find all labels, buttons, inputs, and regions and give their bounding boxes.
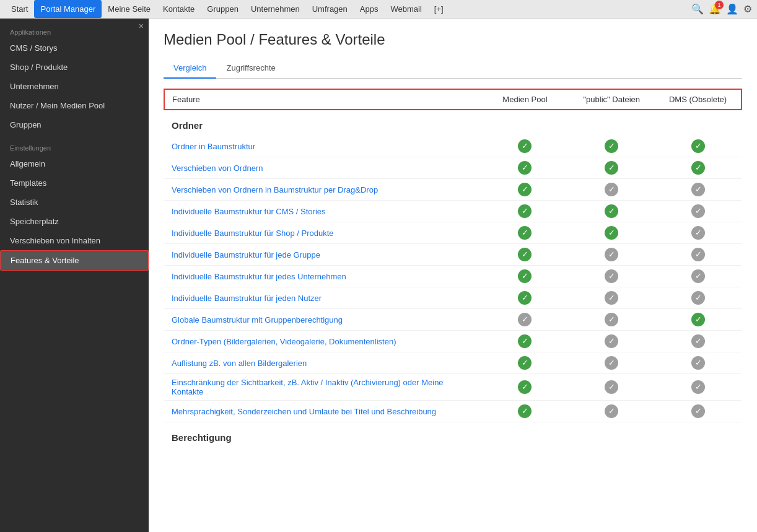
check-no-icon: ✓	[691, 404, 705, 418]
feature-name: Individuelle Baumstruktur für Shop / Pro…	[164, 222, 482, 244]
check-yes-icon: ✓	[518, 404, 532, 418]
settings-icon[interactable]: ⚙	[743, 3, 752, 15]
check-no-icon: ✓	[691, 291, 705, 305]
feature-name: Ordner in Baumstruktur	[164, 136, 482, 157]
check-no-icon: ✓	[605, 183, 618, 196]
check-cell-medien: ✓	[482, 352, 569, 374]
nav-umfragen[interactable]: Umfragen	[306, 0, 354, 18]
check-no-icon: ✓	[605, 291, 618, 305]
feature-name: Einschränkung der Sichtbarkeit, zB. Akti…	[164, 374, 482, 401]
sidebar-item-shop-produkte[interactable]: Shop / Produkte	[0, 58, 149, 77]
check-yes-icon: ✓	[691, 161, 705, 175]
tab-zugriffsrechte[interactable]: Zugriffsrechte	[216, 58, 285, 79]
table-row: Verschieben von Ordnern in Baumstruktur …	[164, 179, 742, 201]
sidebar-section-einstellungen: Einstellungen	[0, 134, 149, 154]
check-yes-icon: ✓	[605, 226, 618, 240]
nav-gruppen[interactable]: Gruppen	[201, 0, 245, 18]
check-cell-dms: ✓	[655, 309, 742, 331]
table-row: Ordner in Baumstruktur✓✓✓	[164, 136, 742, 157]
sidebar-item-speicherplatz[interactable]: Speicherplatz	[0, 212, 149, 231]
nav-meine-seite[interactable]: Meine Seite	[102, 0, 157, 18]
check-no-icon: ✓	[518, 313, 532, 326]
check-no-icon: ✓	[605, 404, 618, 418]
check-cell-dms: ✓	[655, 201, 742, 222]
sidebar-item-statistik[interactable]: Statistik	[0, 193, 149, 212]
check-cell-public: ✓	[568, 401, 655, 422]
check-cell-public: ✓	[568, 222, 655, 244]
section-header: Berechtigung	[164, 422, 742, 448]
sidebar-item-verschieben[interactable]: Verschieben von Inhalten	[0, 231, 149, 250]
check-cell-public: ✓	[568, 352, 655, 374]
sidebar-item-nutzer[interactable]: Nutzer / Mein Medien Pool	[0, 96, 149, 115]
tab-vergleich[interactable]: Vergleich	[164, 58, 216, 79]
feature-name: Verschieben von Ordnern	[164, 157, 482, 179]
check-cell-dms: ✓	[655, 222, 742, 244]
section-title: Berechtigung	[164, 422, 742, 448]
check-cell-dms: ✓	[655, 331, 742, 352]
check-cell-public: ✓	[568, 157, 655, 179]
nav-webmail[interactable]: Webmail	[384, 0, 427, 18]
nav-start[interactable]: Start	[5, 0, 34, 18]
search-icon[interactable]: 🔍	[691, 3, 704, 15]
check-yes-icon: ✓	[518, 204, 532, 218]
check-cell-public: ✓	[568, 331, 655, 352]
page-title: Medien Pool / Features & Vorteile	[164, 31, 742, 48]
sidebar-item-allgemein[interactable]: Allgemein	[0, 154, 149, 173]
top-nav: Start Portal Manager Meine Seite Kontakt…	[0, 0, 757, 19]
check-cell-dms: ✓	[655, 179, 742, 201]
sidebar-item-features[interactable]: Features & Vorteile	[0, 250, 149, 271]
sidebar-item-gruppen[interactable]: Gruppen	[0, 115, 149, 134]
nav-unternehmen[interactable]: Unternehmen	[245, 0, 306, 18]
check-no-icon: ✓	[691, 226, 705, 240]
check-no-icon: ✓	[605, 313, 618, 326]
check-no-icon: ✓	[605, 380, 618, 394]
main-layout: × Applikationen CMS / Storys Shop / Prod…	[0, 19, 757, 532]
sidebar-item-cms-storys[interactable]: CMS / Storys	[0, 38, 149, 58]
check-yes-icon: ✓	[518, 161, 532, 175]
feature-name: Mehrsprachigkeit, Sonderzeichen und Umla…	[164, 401, 482, 422]
check-no-icon: ✓	[691, 380, 705, 394]
check-cell-public: ✓	[568, 136, 655, 157]
feature-name: Auflistung zB. von allen Bildergalerien	[164, 352, 482, 374]
table-row: Verschieben von Ordnern✓✓✓	[164, 157, 742, 179]
check-cell-dms: ✓	[655, 401, 742, 422]
col-dms: DMS (Obsolete)	[655, 89, 742, 110]
top-nav-icons: 🔍 🔔 1 👤 ⚙	[691, 3, 752, 15]
section-title: Ordner	[164, 110, 742, 136]
check-cell-public: ✓	[568, 244, 655, 266]
check-cell-medien: ✓	[482, 201, 569, 222]
check-cell-dms: ✓	[655, 287, 742, 309]
check-no-icon: ✓	[605, 248, 618, 261]
sidebar-item-templates[interactable]: Templates	[0, 173, 149, 193]
nav-apps[interactable]: Apps	[354, 0, 385, 18]
check-yes-icon: ✓	[691, 139, 705, 153]
table-row: Individuelle Baumstruktur für jeden Nutz…	[164, 287, 742, 309]
table-row: Einschränkung der Sichtbarkeit, zB. Akti…	[164, 374, 742, 401]
check-no-icon: ✓	[691, 248, 705, 261]
check-yes-icon: ✓	[605, 204, 618, 218]
check-cell-public: ✓	[568, 309, 655, 331]
check-yes-icon: ✓	[518, 334, 532, 348]
check-no-icon: ✓	[691, 356, 705, 370]
check-cell-medien: ✓	[482, 287, 569, 309]
nav-portal-manager[interactable]: Portal Manager	[34, 0, 102, 18]
check-cell-medien: ✓	[482, 222, 569, 244]
col-public-dateien: "public" Dateien	[568, 89, 655, 110]
nav-plus[interactable]: [+]	[428, 0, 450, 18]
feature-name: Globale Baumstruktur mit Gruppenberechti…	[164, 309, 482, 331]
check-cell-medien: ✓	[482, 244, 569, 266]
check-cell-dms: ✓	[655, 136, 742, 157]
feature-table: Feature Medien Pool "public" Dateien DMS…	[164, 89, 742, 448]
table-row: Mehrsprachigkeit, Sonderzeichen und Umla…	[164, 401, 742, 422]
sidebar-item-unternehmen[interactable]: Unternehmen	[0, 77, 149, 96]
check-cell-public: ✓	[568, 266, 655, 287]
notification-icon[interactable]: 🔔 1	[709, 3, 721, 15]
nav-kontakte[interactable]: Kontakte	[157, 0, 201, 18]
sidebar-close-button[interactable]: ×	[139, 21, 144, 31]
check-yes-icon: ✓	[605, 161, 618, 175]
section-header: Ordner	[164, 110, 742, 136]
check-no-icon: ✓	[691, 269, 705, 283]
notification-badge: 1	[715, 1, 724, 9]
user-icon[interactable]: 👤	[726, 3, 738, 15]
check-yes-icon: ✓	[518, 380, 532, 394]
